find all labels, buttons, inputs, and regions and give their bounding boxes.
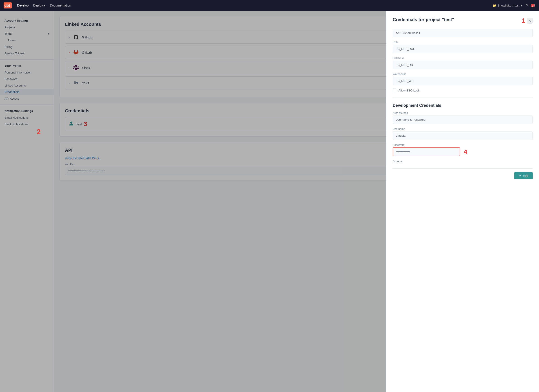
credentials-modal: Credentials for project "test" 1 × sv513… [386,11,539,392]
database-field-value: PC_DBT_DB [393,61,533,69]
modal-header: Credentials for project "test" 1 × [393,17,533,24]
modal-footer: ✏ Edit [393,168,533,179]
password-row: •••••••••••••• 4 [393,147,533,156]
role-field-value: PC_DBT_ROLE [393,45,533,53]
nav-left: dbt Develop Deploy ▾ Documentation [4,2,71,9]
help-icon-wrap: ? [526,3,528,8]
auth-method-label: Auth Method [393,111,533,115]
modal-overlay: Credentials for project "test" 1 × sv513… [0,11,539,392]
help-icon[interactable]: ? [526,3,528,8]
settings-badge: 1 [531,4,534,7]
annotation-1: 1 [522,17,525,24]
nav-deploy[interactable]: Deploy ▾ [33,4,45,7]
database-label: Database [393,57,533,60]
svg-text:dbt: dbt [5,3,10,7]
settings-icon-wrap: ⚙ 1 [532,3,535,8]
nav-right: 📁 Snowflake / test ▾ ? ⚙ 1 [493,3,535,8]
top-navigation: dbt Develop Deploy ▾ Documentation 📁 Sno… [0,0,539,11]
sso-label: Allow SSO Login [399,89,421,92]
username-label: Username [393,127,533,131]
warehouse-field-value: PC_DBT_WH [393,77,533,85]
project-selector[interactable]: 📁 Snowflake / test ▾ [493,4,522,7]
folder-icon: 📁 [493,4,496,7]
annotation-4: 4 [464,148,467,155]
role-label: Role [393,41,533,44]
sso-row: Allow SSO Login [393,89,533,92]
server-field-value: sv51332.eu-west-1 [393,29,533,37]
auth-method-value: Username & Password [393,116,533,124]
edit-icon: ✏ [519,174,521,178]
dev-cred-title: Development Credentials [393,103,533,108]
edit-button[interactable]: ✏ Edit [514,172,533,179]
modal-section-divider [393,97,533,98]
nav-develop[interactable]: Develop [17,4,29,7]
nav-documentation[interactable]: Documentation [50,4,71,7]
schema-label: Schema [393,160,533,163]
password-field-value: •••••••••••••• [393,147,460,156]
page-layout: Account Settings Projects Team ▾ Users B… [0,11,539,392]
logo[interactable]: dbt [4,2,12,9]
warehouse-label: Warehouse [393,73,533,76]
modal-close-button[interactable]: × [527,18,533,24]
modal-title: Credentials for project "test" [393,17,454,22]
sso-checkbox[interactable] [393,89,396,92]
nav-links: Develop Deploy ▾ Documentation [17,4,71,7]
password-label: Password [393,143,533,146]
username-field-value: Claudia [393,131,533,140]
